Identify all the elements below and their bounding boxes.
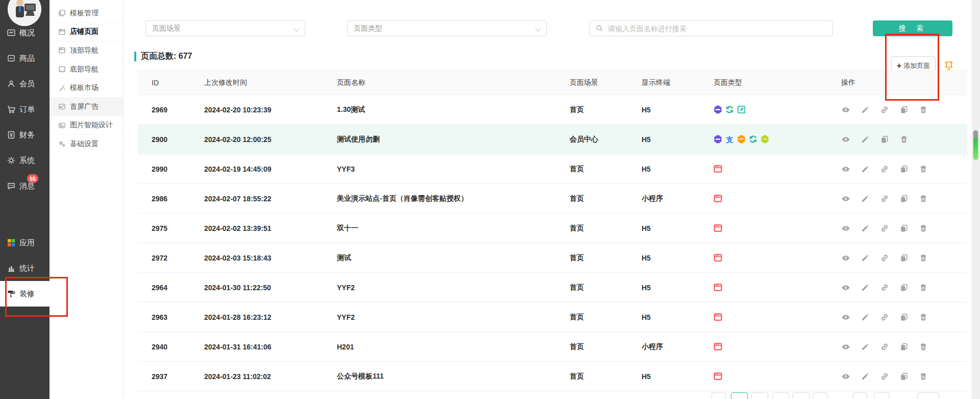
edit-pencil-icon[interactable] <box>861 283 870 292</box>
trash-icon[interactable] <box>919 313 928 322</box>
link-icon[interactable] <box>880 165 889 174</box>
cell-page-scene: 首页 <box>570 332 584 361</box>
cell-page-types <box>714 302 722 332</box>
link-icon[interactable] <box>880 342 889 351</box>
link-icon[interactable] <box>880 372 889 381</box>
trash-icon[interactable] <box>919 253 928 263</box>
pagination-page-button[interactable] <box>772 392 789 399</box>
sidebar-item-system[interactable]: 系统 <box>0 148 50 173</box>
submenu-item-basic-settings[interactable]: 基础设置 <box>50 135 123 154</box>
pagination-page-button[interactable] <box>853 392 867 399</box>
submenu-item-template-market[interactable]: 模板市场 <box>50 79 123 98</box>
copy-icon[interactable] <box>899 105 909 114</box>
cell-actions <box>841 332 928 361</box>
view-eye-icon[interactable] <box>841 105 850 114</box>
view-eye-icon[interactable] <box>841 165 850 174</box>
copy-icon[interactable] <box>899 224 909 233</box>
view-eye-icon[interactable] <box>841 342 850 351</box>
sidebar-item-overview[interactable]: 概况 <box>0 20 50 45</box>
view-eye-icon[interactable] <box>841 224 850 233</box>
trash-icon[interactable] <box>899 135 909 144</box>
cell-terminal: H5 <box>642 362 651 391</box>
sidebar-item-apps[interactable]: 应用 <box>0 230 50 255</box>
submenu-item-bottom-nav[interactable]: 底部导航 <box>50 60 123 79</box>
pagination-page-button[interactable] <box>874 392 889 399</box>
edit-pencil-icon[interactable] <box>861 105 870 114</box>
view-eye-icon[interactable] <box>841 253 850 263</box>
sidebar-item-orders[interactable]: 订单 <box>0 97 50 122</box>
trash-icon[interactable] <box>919 372 928 381</box>
view-eye-icon[interactable] <box>841 313 850 322</box>
submenu-item-template-manage[interactable]: 模板管理 <box>50 4 123 23</box>
search-button[interactable]: 搜 索 <box>873 20 952 36</box>
submenu-item-shop-pages[interactable]: 店铺页面 <box>50 23 123 42</box>
pagination-prev-button[interactable] <box>712 392 726 399</box>
gear-icon <box>7 156 16 165</box>
table-row: 29692024-02-20 10:23:391.30测试首页H5 <box>138 95 967 125</box>
bell-icon[interactable] <box>943 59 955 72</box>
plus-icon: + <box>897 61 901 71</box>
copy-icon[interactable] <box>880 135 889 144</box>
cell-page-id: 2969 <box>152 95 167 124</box>
link-icon[interactable] <box>880 313 889 322</box>
copy-icon[interactable] <box>899 342 909 351</box>
sidebar-item-members[interactable]: 会员 <box>0 71 50 97</box>
cell-page-name: 双十一 <box>337 214 358 243</box>
cell-page-name: 1.30测试 <box>337 95 365 124</box>
edit-pencil-icon[interactable] <box>861 253 870 263</box>
copy-icon[interactable] <box>899 372 909 381</box>
submenu-item-top-nav[interactable]: 顶部导航 <box>50 41 123 60</box>
copy-icon[interactable] <box>899 253 909 263</box>
copy-icon[interactable] <box>899 313 909 322</box>
cell-page-scene: 首页 <box>570 362 584 391</box>
sidebar-item-decoration[interactable]: 装修 <box>0 281 50 307</box>
copy-icon[interactable] <box>899 165 909 174</box>
svg-text:APP: APP <box>739 138 745 140</box>
page-type-select[interactable]: 页面类型 <box>347 20 547 36</box>
scrollbar-thumb[interactable] <box>973 130 978 159</box>
submenu-item-image-smart-design[interactable]: 图片智能设计 <box>50 116 123 135</box>
trash-icon[interactable] <box>919 283 928 292</box>
sidebar-item-goods[interactable]: 商品 <box>0 45 50 71</box>
cell-terminal: 小程序 <box>642 332 663 361</box>
edit-pencil-icon[interactable] <box>861 342 870 351</box>
table-body: 29692024-02-20 10:23:391.30测试首页H52900202… <box>138 95 967 391</box>
sidebar-item-stats[interactable]: 统计 <box>0 255 50 281</box>
view-eye-icon[interactable] <box>841 283 850 292</box>
view-eye-icon[interactable] <box>841 135 850 144</box>
trash-icon[interactable] <box>919 105 928 114</box>
edit-pencil-icon[interactable] <box>861 135 870 144</box>
submenu-item-first-screen-ad[interactable]: 首屏广告 <box>50 98 123 116</box>
pagination-page-button[interactable] <box>813 392 827 399</box>
pagination-next-button[interactable] <box>917 392 939 399</box>
page-type-window-red-icon <box>714 194 722 203</box>
trash-icon[interactable] <box>919 194 928 203</box>
link-icon[interactable] <box>880 224 889 233</box>
pagination-page-button[interactable] <box>751 392 768 399</box>
trash-icon[interactable] <box>919 224 928 233</box>
link-icon[interactable] <box>880 283 889 292</box>
view-eye-icon[interactable] <box>841 372 850 381</box>
copy-icon[interactable] <box>899 194 909 203</box>
pagination-page-button-active[interactable] <box>731 392 748 399</box>
trash-icon[interactable] <box>919 165 928 174</box>
copy-icon[interactable] <box>899 283 909 292</box>
link-icon[interactable] <box>880 253 889 263</box>
trash-icon[interactable] <box>919 342 928 351</box>
sidebar-item-messages[interactable]: 消息 55 <box>0 173 50 199</box>
sidebar-item-finance[interactable]: 财务 <box>0 122 50 148</box>
pagination-page-button[interactable] <box>793 392 810 399</box>
link-icon[interactable] <box>880 105 889 114</box>
cell-actions <box>841 154 928 183</box>
edit-pencil-icon[interactable] <box>861 224 870 233</box>
edit-pencil-icon[interactable] <box>861 372 870 381</box>
sidebar-item-label: 商品 <box>19 54 35 63</box>
edit-pencil-icon[interactable] <box>861 313 870 322</box>
page-scene-select[interactable]: 页面场景 <box>145 20 305 36</box>
edit-pencil-icon[interactable] <box>861 165 870 174</box>
search-input[interactable] <box>607 24 827 33</box>
link-icon[interactable] <box>880 194 889 203</box>
cell-page-scene: 首页 <box>570 214 584 243</box>
view-eye-icon[interactable] <box>841 194 850 203</box>
edit-pencil-icon[interactable] <box>861 194 870 203</box>
